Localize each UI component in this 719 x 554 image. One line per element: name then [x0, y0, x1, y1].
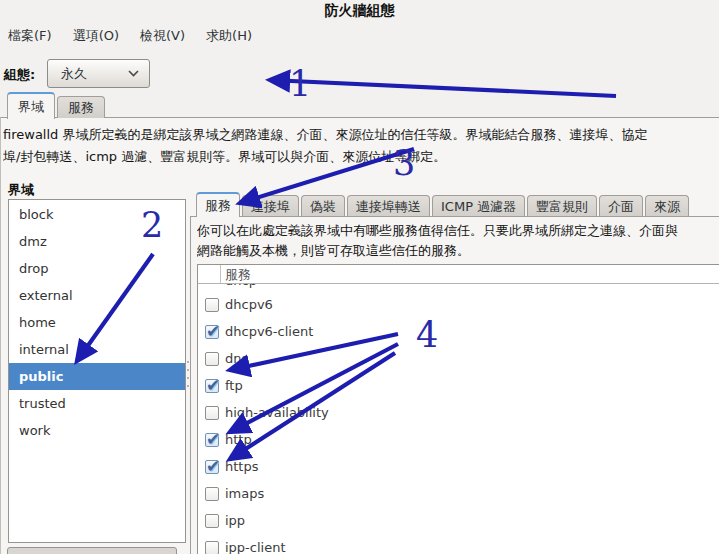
check-icon: ✔: [206, 426, 220, 453]
zone-intro-line2: 埠/封包轉送、icmp 過濾、豐富規則等。界域可以與介面、來源位址等綁定。: [3, 146, 719, 167]
tab-zone-sources[interactable]: 來源: [645, 195, 689, 216]
service-row[interactable]: high-availability: [198, 399, 719, 426]
service-row[interactable]: ✔ https: [198, 453, 719, 480]
tab-zone-ports[interactable]: 連接埠: [242, 195, 299, 216]
annotation-arrow-1: [270, 80, 616, 96]
zone-list-item-selected[interactable]: public: [9, 363, 185, 390]
services-intro-line1: 你可以在此處定義該界域中有哪些服務值得信任。只要此界域所綁定之連線、介面與: [197, 221, 719, 241]
menubar: 檔案(F) 選項(O) 檢視(V) 求助(H): [2, 24, 267, 48]
tab-zone-rich-rules[interactable]: 豐富規則: [527, 195, 597, 216]
zone-list-item[interactable]: dmz: [9, 228, 185, 255]
menu-view[interactable]: 檢視(V): [134, 24, 191, 48]
service-checkbox-checked[interactable]: ✔: [205, 433, 219, 447]
check-icon: ✔: [206, 372, 220, 399]
service-checkbox[interactable]: [205, 298, 219, 312]
zone-list: block dmz drop external home internal pu…: [8, 199, 186, 543]
annotation-number-1: 1: [289, 67, 311, 102]
tab-zone-interfaces[interactable]: 介面: [599, 195, 643, 216]
tab-zone-port-forwarding[interactable]: 連接埠轉送: [347, 195, 430, 216]
service-checkbox[interactable]: [205, 352, 219, 366]
check-icon: ✔: [206, 453, 220, 480]
window-title: 防火牆組態: [0, 2, 719, 20]
tab-zone-services[interactable]: 服務: [196, 192, 240, 217]
zone-list-item[interactable]: home: [9, 309, 185, 336]
zone-list-item[interactable]: internal: [9, 336, 185, 363]
menu-help[interactable]: 求助(H): [200, 24, 258, 48]
column-divider: [220, 265, 221, 283]
main-tabs: 界域 服務: [7, 92, 107, 118]
zone-settings-tabs: 服務 連接埠 偽裝 連接埠轉送 ICMP 過濾器 豐富規則 介面 來源: [196, 192, 691, 216]
service-row[interactable]: imaps: [198, 480, 719, 507]
zone-list-item[interactable]: block: [9, 201, 185, 228]
service-row[interactable]: dns: [198, 345, 719, 372]
service-row[interactable]: dhcpv6: [198, 291, 719, 318]
menu-options[interactable]: 選項(O): [67, 24, 125, 48]
services-intro-line2: 網路能觸及本機，則皆可存取這些信任的服務。: [197, 241, 719, 261]
zone-list-item[interactable]: trusted: [9, 390, 185, 417]
service-checkbox[interactable]: [205, 406, 219, 420]
service-row[interactable]: ipp: [198, 507, 719, 534]
firewall-config-window: 防火牆組態 檔案(F) 選項(O) 檢視(V) 求助(H) 組態: 永久 界域 …: [0, 0, 719, 554]
chevron-down-icon: [128, 70, 139, 77]
services-table: 服務 dhcp dhcpv6 ✔ dhcpv6-client dns ✔ ftp…: [197, 264, 719, 554]
zone-list-item[interactable]: drop: [9, 255, 185, 282]
tab-zone-masquerading[interactable]: 偽裝: [301, 195, 345, 216]
zone-list-item[interactable]: work: [9, 417, 185, 444]
service-checkbox[interactable]: [205, 514, 219, 528]
service-checkbox-checked[interactable]: ✔: [205, 379, 219, 393]
tab-zones[interactable]: 界域: [7, 92, 55, 119]
config-combobox[interactable]: 永久: [47, 59, 150, 88]
zone-intro-line1: firewalld 界域所定義的是綁定該界域之網路連線、介面、來源位址的信任等級…: [3, 124, 719, 145]
config-combobox-value: 永久: [48, 65, 128, 83]
service-row-partial: dhcp: [198, 284, 719, 291]
service-row[interactable]: ipp-client: [198, 534, 719, 554]
services-column-header[interactable]: 服務: [198, 265, 719, 284]
service-row[interactable]: ✔ ftp: [198, 372, 719, 399]
service-checkbox-checked[interactable]: ✔: [205, 325, 219, 339]
service-row[interactable]: ✔ http: [198, 426, 719, 453]
service-checkbox-checked[interactable]: ✔: [205, 460, 219, 474]
zone-action-button-partial[interactable]: [7, 547, 177, 554]
tab-services[interactable]: 服務: [57, 96, 105, 118]
check-icon: ✔: [206, 318, 220, 345]
menu-file[interactable]: 檔案(F): [2, 24, 58, 48]
zone-list-header: 界域: [8, 181, 34, 199]
zone-list-item[interactable]: external: [9, 282, 185, 309]
service-checkbox[interactable]: [205, 487, 219, 501]
tab-zone-icmp-filter[interactable]: ICMP 過濾器: [432, 195, 525, 216]
service-row[interactable]: ✔ dhcpv6-client: [198, 318, 719, 345]
config-label: 組態:: [4, 66, 35, 84]
service-checkbox[interactable]: [205, 541, 219, 554]
